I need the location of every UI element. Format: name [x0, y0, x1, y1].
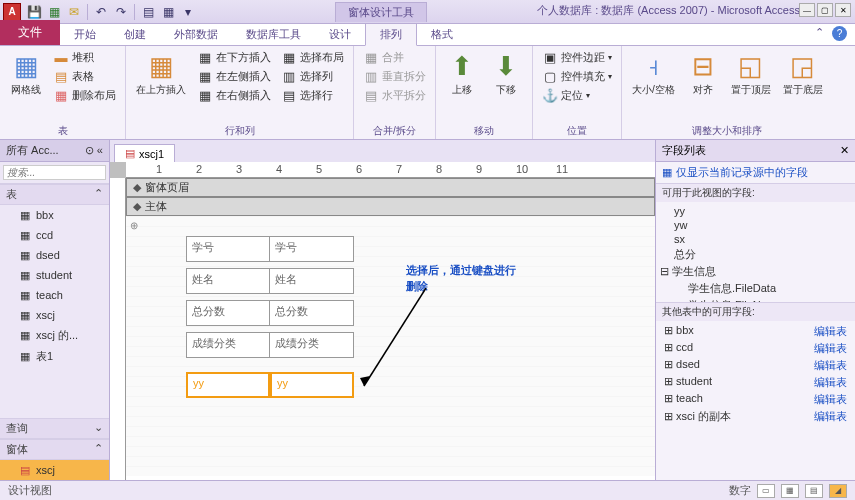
stack-button[interactable]: ▬堆积 — [50, 48, 119, 66]
edit-table-link[interactable]: 编辑表 — [814, 358, 847, 373]
field-label[interactable]: 姓名 — [186, 268, 270, 294]
move-down-button[interactable]: ⬇下移 — [486, 48, 526, 123]
remove-layout-button[interactable]: ▦删除布局 — [50, 86, 119, 104]
tab-file[interactable]: 文件 — [0, 20, 60, 45]
tree-node[interactable]: sx — [660, 232, 851, 246]
field-label[interactable]: 总分数 — [186, 300, 270, 326]
close-icon[interactable]: ✕ — [840, 144, 849, 157]
other-table-row[interactable]: ⊞ ccd编辑表 — [660, 340, 851, 357]
margins-button[interactable]: ▣控件边距 ▾ — [539, 48, 615, 66]
nav-item-xscj[interactable]: ▦xscj — [0, 305, 109, 325]
merge-button[interactable]: ▦合并 — [360, 48, 429, 66]
field-xingming[interactable]: 姓名姓名 — [186, 268, 354, 294]
tree-node[interactable]: yy — [660, 204, 851, 218]
send-back-button[interactable]: ◲置于底层 — [779, 48, 827, 123]
tab-dbtools[interactable]: 数据库工具 — [232, 24, 315, 45]
edit-table-link[interactable]: 编辑表 — [814, 375, 847, 390]
nav-item-bbx[interactable]: ▦bbx — [0, 205, 109, 225]
ribbon-collapse-icon[interactable]: ⌃ — [815, 26, 824, 41]
close-button[interactable]: ✕ — [835, 3, 851, 17]
select-row-button[interactable]: ▤选择行 — [278, 86, 347, 104]
field-chengji[interactable]: 成绩分类成绩分类 — [186, 332, 354, 358]
qat-mail-icon[interactable]: ✉ — [66, 4, 82, 20]
tab-create[interactable]: 创建 — [110, 24, 160, 45]
qat-redo-icon[interactable]: ↷ — [113, 4, 129, 20]
qat-undo-icon[interactable]: ↶ — [93, 4, 109, 20]
field-control[interactable]: 成绩分类 — [270, 332, 354, 358]
minimize-button[interactable]: — — [799, 3, 815, 17]
align-button[interactable]: ⊟对齐 — [683, 48, 723, 123]
field-zongfen[interactable]: 总分数总分数 — [186, 300, 354, 326]
select-col-button[interactable]: ▥选择列 — [278, 67, 347, 85]
view-layout-button[interactable]: ▤ — [805, 484, 823, 498]
qat-save-icon[interactable]: 💾 — [26, 4, 42, 20]
doc-tab-xscj1[interactable]: ▤xscj1 — [114, 144, 175, 162]
field-control[interactable]: 总分数 — [270, 300, 354, 326]
view-form-button[interactable]: ▭ — [757, 484, 775, 498]
nav-item-form-xscj[interactable]: ▤xscj — [0, 460, 109, 480]
gridlines-button[interactable]: ▦网格线 — [6, 48, 46, 123]
view-datasheet-button[interactable]: ▦ — [781, 484, 799, 498]
layout-selector-icon[interactable]: ⊕ — [130, 220, 138, 231]
nav-section-tables[interactable]: 表⌃ — [0, 184, 109, 205]
insert-left-button[interactable]: ▦在左侧插入 — [194, 67, 274, 85]
edit-table-link[interactable]: 编辑表 — [814, 341, 847, 356]
nav-item-student[interactable]: ▦student — [0, 265, 109, 285]
size-space-button[interactable]: ⫞大小/空格 — [628, 48, 679, 123]
search-input[interactable] — [3, 165, 106, 180]
section-form-header[interactable]: ◆窗体页眉 — [126, 178, 655, 197]
tab-format[interactable]: 格式 — [417, 24, 467, 45]
show-current-link[interactable]: ▦仅显示当前记录源中的字段 — [656, 162, 855, 183]
insert-above-button[interactable]: ▦在上方插入 — [132, 48, 190, 123]
field-label[interactable]: yy — [186, 372, 270, 398]
select-layout-button[interactable]: ▦选择布局 — [278, 48, 347, 66]
field-label[interactable]: 学号 — [186, 236, 270, 262]
other-table-row[interactable]: ⊞ xsci 的副本编辑表 — [660, 408, 851, 425]
split-h-button[interactable]: ▤水平拆分 — [360, 86, 429, 104]
bring-front-button[interactable]: ◱置于顶层 — [727, 48, 775, 123]
tree-child[interactable]: 学生信息.FileData — [660, 280, 851, 297]
nav-item-table1[interactable]: ▦表1 — [0, 346, 109, 367]
tab-external[interactable]: 外部数据 — [160, 24, 232, 45]
view-design-button[interactable]: ◢ — [829, 484, 847, 498]
field-label[interactable]: 成绩分类 — [186, 332, 270, 358]
qat-form-icon[interactable]: ▤ — [140, 4, 156, 20]
tree-node[interactable]: 总分 — [660, 246, 851, 263]
field-control[interactable]: yy — [270, 372, 354, 398]
other-table-row[interactable]: ⊞ bbx编辑表 — [660, 323, 851, 340]
nav-section-forms[interactable]: 窗体⌃ — [0, 439, 109, 460]
tabular-button[interactable]: ▤表格 — [50, 67, 119, 85]
anchor-button[interactable]: ⚓定位 ▾ — [539, 86, 615, 104]
edit-table-link[interactable]: 编辑表 — [814, 409, 847, 424]
qat-table-icon[interactable]: ▦ — [160, 4, 176, 20]
tree-node[interactable]: yw — [660, 218, 851, 232]
nav-item-teach[interactable]: ▦teach — [0, 285, 109, 305]
restore-button[interactable]: ▢ — [817, 3, 833, 17]
padding-button[interactable]: ▢控件填充 ▾ — [539, 67, 615, 85]
field-yy-selected[interactable]: yyyy — [186, 372, 354, 398]
other-table-row[interactable]: ⊞ student编辑表 — [660, 374, 851, 391]
other-table-row[interactable]: ⊞ teach编辑表 — [660, 391, 851, 408]
tab-home[interactable]: 开始 — [60, 24, 110, 45]
qat-dropdown-icon[interactable]: ▾ — [180, 4, 196, 20]
nav-header[interactable]: 所有 Acc...⊙ « — [0, 140, 109, 162]
nav-item-xscj-copy[interactable]: ▦xscj 的... — [0, 325, 109, 346]
form-design-surface[interactable]: ◆窗体页眉 ◆主体 ⊕ 学号学号 姓名姓名 总分数总分数 成绩分类成绩分类 yy… — [126, 178, 655, 480]
tab-arrange[interactable]: 排列 — [365, 23, 417, 46]
insert-below-button[interactable]: ▦在下方插入 — [194, 48, 274, 66]
qat-excel-icon[interactable]: ▦ — [46, 4, 62, 20]
move-up-button[interactable]: ⬆上移 — [442, 48, 482, 123]
edit-table-link[interactable]: 编辑表 — [814, 392, 847, 407]
field-control[interactable]: 学号 — [270, 236, 354, 262]
insert-right-button[interactable]: ▦在右侧插入 — [194, 86, 274, 104]
chevron-down-icon[interactable]: ⊙ « — [85, 144, 103, 157]
nav-section-queries[interactable]: 查询⌄ — [0, 418, 109, 439]
form-body-grid[interactable]: ⊕ 学号学号 姓名姓名 总分数总分数 成绩分类成绩分类 yyyy 选择后，通过键… — [126, 216, 655, 476]
help-icon[interactable]: ? — [832, 26, 847, 41]
field-control[interactable]: 姓名 — [270, 268, 354, 294]
split-v-button[interactable]: ▥垂直拆分 — [360, 67, 429, 85]
edit-table-link[interactable]: 编辑表 — [814, 324, 847, 339]
section-body[interactable]: ◆主体 — [126, 197, 655, 216]
field-xuehao[interactable]: 学号学号 — [186, 236, 354, 262]
tab-design[interactable]: 设计 — [315, 24, 365, 45]
